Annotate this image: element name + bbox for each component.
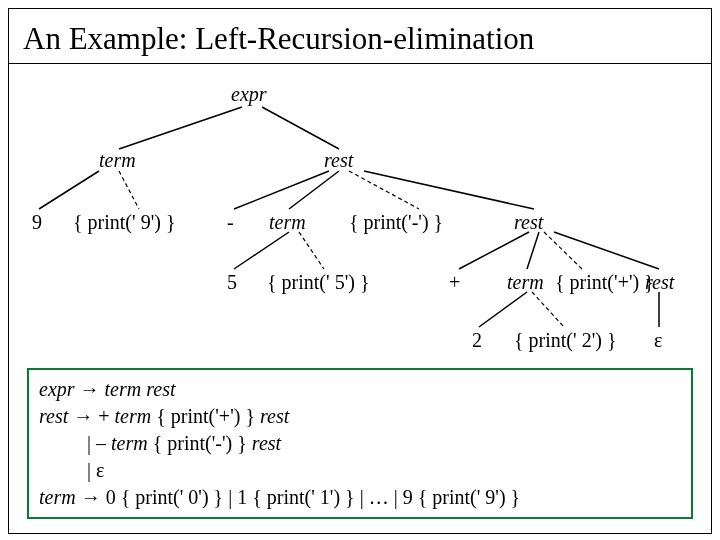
leaf-epsilon: ε (654, 329, 662, 352)
leaf-9: 9 (32, 211, 42, 234)
svg-line-7 (459, 232, 529, 269)
node-rest-3: rest (645, 271, 674, 294)
leaf-5: 5 (227, 271, 237, 294)
svg-line-5 (364, 171, 534, 209)
svg-line-15 (544, 232, 582, 269)
node-rest-2: rest (514, 211, 543, 234)
grammar-line-2: rest → + term { print('+') } rest (39, 403, 681, 430)
action-print-plus: { print('+') } (555, 271, 654, 294)
leaf-plus: + (449, 271, 460, 294)
grammar-line-1: expr → term rest (39, 376, 681, 403)
svg-line-9 (554, 232, 659, 269)
action-print-9: { print(' 9') } (73, 211, 176, 234)
node-term-1: term (99, 149, 136, 172)
svg-line-16 (532, 292, 564, 327)
leaf-minus: - (227, 211, 234, 234)
svg-line-11 (479, 292, 527, 327)
action-print-2: { print(' 2') } (514, 329, 617, 352)
svg-line-8 (527, 232, 539, 269)
grammar-line-3: | – term { print('-') } rest (39, 430, 681, 457)
grammar-line-4: | ε (39, 457, 681, 484)
action-print-minus: { print('-') } (349, 211, 443, 234)
node-term-3: term (507, 271, 544, 294)
svg-line-14 (299, 232, 324, 269)
node-term-2: term (269, 211, 306, 234)
node-expr: expr (231, 83, 267, 106)
svg-line-12 (119, 171, 139, 209)
grammar-box: expr → term rest rest → + term { print('… (27, 368, 693, 519)
action-print-5: { print(' 5') } (267, 271, 370, 294)
node-rest-1: rest (324, 149, 353, 172)
leaf-2: 2 (472, 329, 482, 352)
svg-line-2 (39, 171, 99, 209)
svg-line-0 (119, 107, 242, 149)
svg-line-6 (234, 232, 289, 269)
svg-line-1 (262, 107, 339, 149)
grammar-line-5: term → 0 { print(' 0') } | 1 { print(' 1… (39, 484, 681, 511)
svg-line-13 (349, 171, 419, 209)
